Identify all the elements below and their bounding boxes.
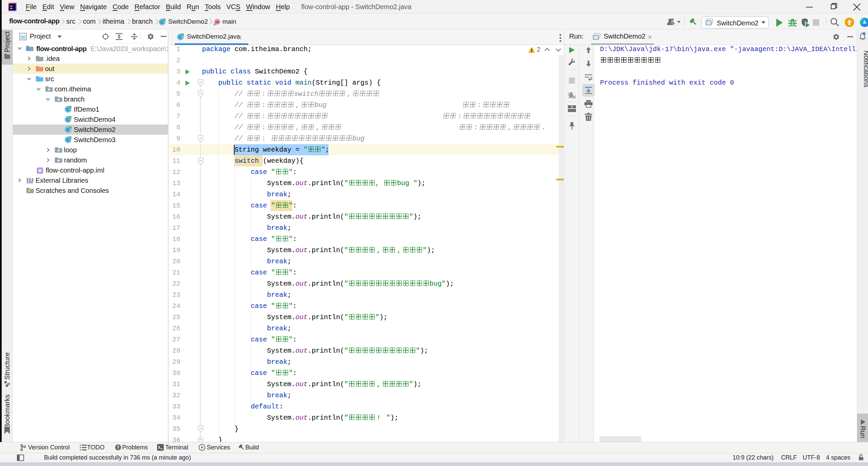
svg-text:C: C bbox=[66, 137, 70, 142]
svg-text:C: C bbox=[66, 107, 70, 112]
svg-text:C: C bbox=[66, 117, 70, 122]
svg-text:C: C bbox=[160, 20, 164, 25]
svg-text:C: C bbox=[179, 35, 182, 40]
svg-text:IJ: IJ bbox=[10, 5, 13, 8]
svg-text:m: m bbox=[215, 19, 219, 24]
svg-text:C: C bbox=[66, 127, 70, 132]
